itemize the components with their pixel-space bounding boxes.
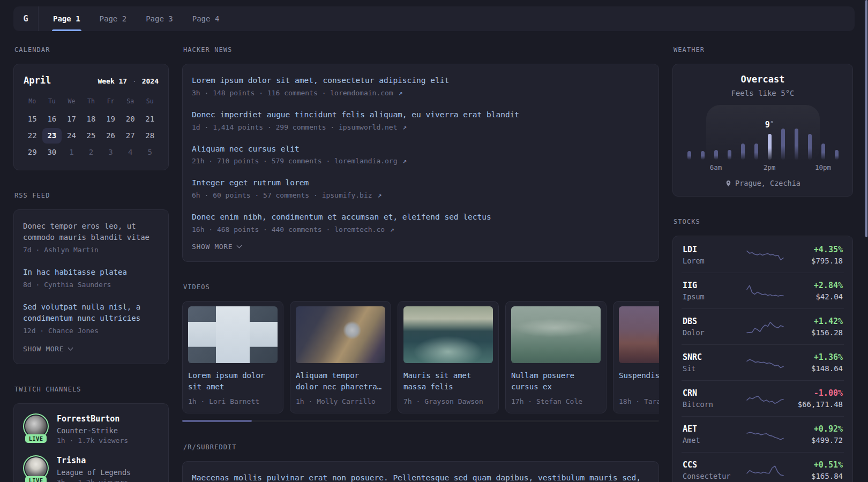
- hackernews-widget-title: HACKER NEWS: [183, 46, 659, 54]
- video-title: Lorem ipsum dolor sit amet consectetu…: [188, 370, 278, 393]
- stock-row[interactable]: SNRCSit+1.36%$148.64: [682, 344, 844, 380]
- hn-story-meta: 6h · 60 points · 57 comments · ipsumify.…: [192, 191, 649, 199]
- videos-widget-title: VIDEOS: [183, 283, 659, 291]
- weather-widget-title: WEATHER: [674, 46, 853, 54]
- stock-identity: IIGIpsum: [683, 281, 746, 301]
- rss-item-title[interactable]: In hac habitasse platea: [23, 267, 159, 278]
- chevron-down-icon: [68, 345, 73, 351]
- video-card[interactable]: Nullam posuere cursus ex17h · Stefan Col…: [505, 301, 607, 413]
- middle-column: HACKER NEWS Lorem ipsum dolor sit amet, …: [182, 46, 659, 482]
- weather-bar: [781, 129, 785, 160]
- external-link-icon: ↗: [373, 191, 382, 199]
- hn-story: Lorem ipsum dolor sit amet, consectetur …: [192, 75, 649, 97]
- channel-category: League of Legends: [57, 468, 131, 477]
- stock-identity: DBSDolor: [683, 317, 746, 337]
- hn-story: Donec imperdiet augue tincidunt felis al…: [192, 109, 649, 131]
- video-card[interactable]: Mauris sit amet massa felis7h · Grayson …: [398, 301, 499, 413]
- tab-page-4[interactable]: Page 4: [192, 6, 220, 31]
- window-scrollbar[interactable]: [865, 0, 867, 237]
- channel-info: TrishaLeague of Legends3h · 1.2k viewers: [57, 455, 131, 482]
- videos-scrollbar-track[interactable]: [182, 420, 659, 422]
- concrete-towers-thumbnail: [188, 306, 278, 363]
- stock-price: $42.04: [814, 292, 843, 301]
- calendar-day: 27: [121, 128, 140, 144]
- subreddit-list: Maecenas mollis pulvinar erat non posuer…: [192, 472, 649, 482]
- hn-story-meta: 16h · 468 points · 440 comments · loremt…: [192, 225, 649, 234]
- rss-item: Sed volutpat nulla nisl, a condimentum n…: [23, 302, 159, 336]
- stock-identity: AETAmet: [683, 424, 746, 445]
- calendar-year: 2024: [142, 77, 159, 85]
- stock-row[interactable]: LDILorem+4.35%$795.18: [682, 237, 844, 273]
- daytime-background: [706, 105, 820, 162]
- stock-change: +2.84%: [814, 281, 843, 290]
- live-badge: LIVE: [25, 476, 47, 482]
- stock-ticker: SNRC: [683, 352, 746, 362]
- stock-price: $165.84: [811, 472, 843, 480]
- calendar-day: 17: [62, 111, 81, 127]
- hn-story-domain-link[interactable]: loremdomain.com: [330, 89, 393, 97]
- rss-item-title[interactable]: Donec tempor eros leo, ut commodo mauris…: [23, 221, 159, 243]
- weather-bar: [754, 144, 758, 160]
- channel-name: ForrestBurton: [57, 413, 128, 425]
- weather-location[interactable]: Prague, Czechia: [682, 179, 844, 187]
- stock-ticker: DBS: [683, 317, 746, 326]
- stock-price: $499.72: [811, 436, 843, 445]
- tab-page-1[interactable]: Page 1: [53, 6, 80, 31]
- calendar-widget: CALENDAR April Week 17 · 2024 MoTuWeThFr…: [13, 46, 169, 170]
- video-meta: 17h · Stefan Cole: [511, 397, 601, 405]
- stock-sparkline: [746, 318, 784, 336]
- hn-story-title-link[interactable]: Lorem ipsum dolor sit amet, consectetur …: [192, 75, 649, 87]
- stock-change: +0.51%: [811, 460, 843, 470]
- tab-page-3[interactable]: Page 3: [146, 6, 173, 31]
- stocks-card: LDILorem+4.35%$795.18IIGIpsum+2.84%$42.0…: [672, 236, 853, 482]
- subreddit-post-title-link[interactable]: Maecenas mollis pulvinar erat non posuer…: [192, 472, 649, 482]
- app-logo[interactable]: G: [13, 6, 39, 31]
- rss-item-title[interactable]: Sed volutpat nulla nisl, a condimentum n…: [23, 302, 159, 324]
- calendar-header: April Week 17 · 2024: [23, 73, 160, 91]
- hn-story: Integer eget rutrum lorem6h · 60 points …: [192, 177, 649, 199]
- rss-show-more-button[interactable]: SHOW MORE: [23, 345, 72, 353]
- hn-story-title-link[interactable]: Integer eget rutrum lorem: [192, 177, 649, 189]
- calendar-day: 19: [101, 111, 121, 127]
- twitch-channel[interactable]: LIVETrishaLeague of Legends3h · 1.2k vie…: [23, 455, 160, 482]
- calendar-widget-title: CALENDAR: [14, 46, 169, 54]
- chevron-down-icon: [237, 243, 242, 248]
- stock-ticker: CCS: [683, 460, 746, 470]
- hn-story-title-link[interactable]: Donec enim nibh, condimentum et accumsan…: [192, 212, 649, 223]
- hn-story-domain-link[interactable]: loremtech.co: [334, 225, 385, 234]
- top-nav: G Page 1Page 2Page 3Page 4: [13, 6, 855, 31]
- video-title: Aliquam tempor dolor nec pharetra…: [296, 370, 385, 393]
- calendar-day: 5: [140, 145, 160, 160]
- hn-story-domain-link[interactable]: ipsumify.biz: [322, 191, 372, 199]
- hackernews-widget: HACKER NEWS Lorem ipsum dolor sit amet, …: [182, 46, 659, 262]
- stock-row[interactable]: IIGIpsum+2.84%$42.04: [682, 273, 844, 308]
- stocks-list: LDILorem+4.35%$795.18IIGIpsum+2.84%$42.0…: [682, 237, 844, 482]
- hn-story-title-link[interactable]: Donec imperdiet augue tincidunt felis al…: [192, 109, 649, 121]
- tab-page-2[interactable]: Page 2: [100, 6, 127, 31]
- stock-row[interactable]: DBSDolor+1.42%$156.28: [682, 308, 844, 344]
- video-card[interactable]: Suspendisse diam18h · Tara: [613, 301, 659, 413]
- stock-row[interactable]: AETAmet+0.92%$499.72: [682, 416, 844, 452]
- hn-story: Aliquam nec cursus elit21h · 710 points …: [192, 144, 649, 165]
- hn-story-domain-link[interactable]: ipsumworld.net: [339, 123, 398, 131]
- calendar-week-label: Week 17: [98, 77, 127, 85]
- video-meta: 7h · Grayson Dawson: [403, 397, 493, 405]
- hackernews-show-more-button[interactable]: SHOW MORE: [192, 243, 241, 251]
- stock-change: +0.92%: [811, 424, 843, 434]
- stock-values: +0.92%$499.72: [811, 424, 843, 445]
- avatar: LIVE: [23, 455, 49, 482]
- video-card[interactable]: Lorem ipsum dolor sit amet consectetu…1h…: [182, 301, 283, 413]
- hn-story-title-link[interactable]: Aliquam nec cursus elit: [192, 144, 649, 155]
- stock-row[interactable]: CCSConsectetur+0.51%$165.84: [682, 452, 844, 482]
- twitch-channel[interactable]: LIVEForrestBurtonCounter-Strike1h · 1.7k…: [23, 413, 160, 445]
- weather-temp-degree: °: [770, 120, 774, 127]
- stock-identity: CRNBitcorn: [683, 388, 746, 409]
- twitch-list: LIVEForrestBurtonCounter-Strike1h · 1.7k…: [23, 413, 160, 482]
- hn-story-domain-link[interactable]: loremlandia.org: [334, 157, 397, 165]
- stock-row[interactable]: CRNBitcorn-1.00%$66,171.48: [682, 380, 844, 416]
- videos-scrollbar-thumb[interactable]: [182, 420, 252, 422]
- hn-story: Donec enim nibh, condimentum et accumsan…: [192, 212, 649, 234]
- stock-price: $148.64: [811, 364, 843, 373]
- video-card[interactable]: Aliquam tempor dolor nec pharetra…1h · M…: [290, 301, 391, 413]
- calendar-day: 16: [42, 111, 62, 127]
